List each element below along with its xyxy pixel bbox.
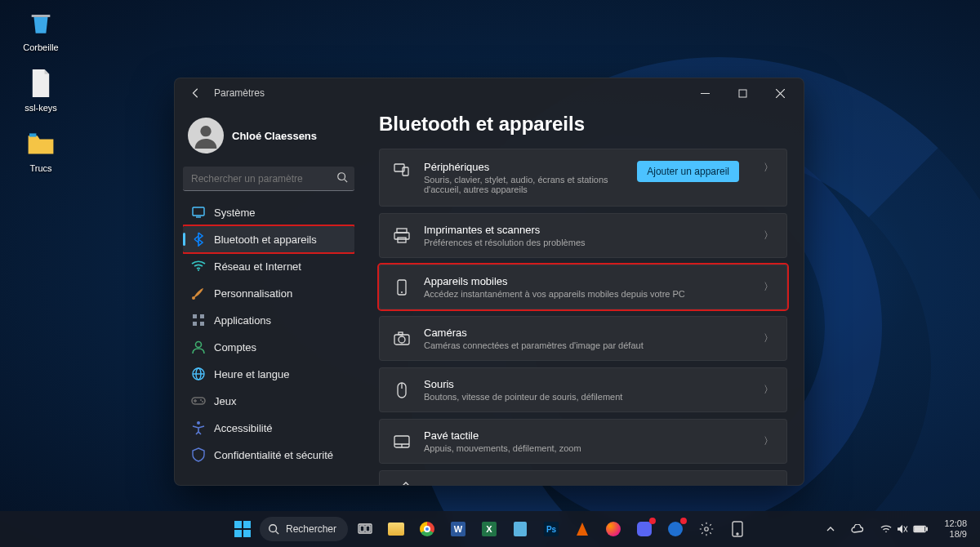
- card-subtitle: Accédez instantanément à vos appareils m…: [424, 289, 751, 299]
- svg-rect-21: [394, 233, 409, 239]
- tray-overflow[interactable]: [822, 522, 840, 536]
- settings-search[interactable]: [183, 167, 354, 191]
- wifi-icon: [880, 524, 892, 534]
- settings-card-camera[interactable]: CamérasCaméras connectées et paramètres …: [379, 316, 787, 361]
- clock[interactable]: 12:08 18/9: [939, 517, 972, 540]
- maximize-button[interactable]: [724, 78, 761, 108]
- sidebar-item-shield[interactable]: Confidentialité et sécurité: [183, 442, 354, 468]
- chevron-right-icon: 〉: [764, 483, 773, 486]
- sidebar-item-bluetooth[interactable]: Bluetooth et appareils: [183, 226, 354, 252]
- svg-rect-31: [243, 521, 251, 528]
- notepad-icon[interactable]: [506, 515, 534, 543]
- svg-point-15: [200, 399, 202, 401]
- page-title: Bluetooth et appareils: [379, 113, 787, 136]
- taskbar-search-label: Rechercher: [286, 523, 336, 535]
- minimize-button[interactable]: [686, 78, 724, 108]
- sidebar-item-label: Jeux: [214, 395, 236, 407]
- discord-icon[interactable]: [630, 515, 658, 543]
- close-button[interactable]: [761, 78, 799, 108]
- settings-card-devices[interactable]: PériphériquesSouris, clavier, stylet, au…: [379, 149, 787, 207]
- folder-icon: [388, 523, 404, 536]
- windows-icon: [234, 521, 251, 537]
- ssl-keys-file-glyph: [24, 67, 57, 100]
- sidebar-item-globe[interactable]: Heure et langue: [183, 361, 354, 387]
- excel-icon[interactable]: X: [475, 515, 503, 543]
- titlebar: Paramètres: [175, 78, 804, 108]
- vlc-icon[interactable]: [568, 515, 596, 543]
- card-title: Stylet et Windows Ink: [424, 483, 751, 486]
- settings-nav: SystèmeBluetooth et appareilsRéseau et I…: [183, 199, 354, 485]
- settings-search-input[interactable]: [183, 167, 354, 191]
- svg-point-26: [399, 336, 405, 343]
- word-icon[interactable]: W: [444, 515, 472, 543]
- sidebar-item-apps[interactable]: Applications: [183, 307, 354, 333]
- settings-card-phone[interactable]: Appareils mobilesAccédez instantanément …: [379, 265, 787, 309]
- svg-rect-42: [927, 527, 929, 531]
- sidebar-item-label: Réseau et Internet: [214, 260, 301, 273]
- minimize-icon: [701, 89, 710, 98]
- wifi-icon: [191, 259, 206, 274]
- sidebar-item-label: Système: [214, 207, 256, 219]
- maximize-icon: [738, 89, 747, 98]
- svg-rect-0: [29, 133, 36, 136]
- window-title: Paramètres: [214, 87, 265, 99]
- desktop-icon-label: Corbeille: [11, 42, 70, 52]
- system-tray[interactable]: [875, 521, 933, 537]
- touchpad-icon: [393, 433, 411, 451]
- game-icon: [191, 394, 206, 408]
- settings-card-printer[interactable]: Imprimantes et scannersPréférences et ré…: [379, 213, 787, 258]
- apps-icon: [191, 313, 206, 327]
- svg-rect-8: [200, 314, 204, 318]
- desktop-icon-label: Trucs: [11, 163, 70, 173]
- trucs-folder-glyph: [24, 127, 57, 160]
- card-title: Appareils mobiles: [424, 275, 751, 287]
- card-subtitle: Préférences et résolution des problèmes: [424, 238, 751, 247]
- svg-point-34: [270, 525, 277, 532]
- svg-rect-7: [193, 314, 197, 318]
- phone-link-icon[interactable]: [724, 515, 751, 543]
- phone-icon: [732, 521, 743, 537]
- settings-card-mouse[interactable]: SourisBoutons, vitesse de pointeur de so…: [379, 367, 787, 412]
- thunderbird-icon[interactable]: [662, 515, 689, 543]
- ssl-keys-file[interactable]: ssl-keys: [11, 67, 70, 113]
- svg-point-16: [202, 401, 203, 402]
- camera-icon: [393, 330, 411, 348]
- card-title: Périphériques: [424, 161, 624, 173]
- battery-icon: [913, 525, 928, 533]
- chrome-icon[interactable]: [413, 515, 441, 543]
- card-subtitle: Souris, clavier, stylet, audio, écrans e…: [424, 175, 624, 194]
- taskbar-search[interactable]: Rechercher: [260, 517, 348, 541]
- sidebar-item-account[interactable]: Comptes: [183, 334, 354, 360]
- sidebar-item-brush[interactable]: Personnalisation: [183, 280, 354, 306]
- svg-rect-4: [193, 207, 204, 216]
- photoshop-icon[interactable]: Ps: [537, 515, 565, 543]
- taskbar-right: 12:08 18/9: [822, 517, 972, 540]
- trucs-folder[interactable]: Trucs: [11, 127, 70, 173]
- start-button[interactable]: [229, 515, 256, 543]
- sidebar-item-access[interactable]: Accessibilité: [183, 415, 354, 441]
- arrow-left-icon: [190, 87, 202, 99]
- sidebar-item-system[interactable]: Système: [183, 199, 354, 225]
- main-pane: Bluetooth et appareils PériphériquesSour…: [363, 108, 804, 485]
- chevron-right-icon: 〉: [764, 383, 773, 397]
- search-icon: [268, 523, 279, 535]
- person-icon: [193, 122, 219, 149]
- svg-rect-36: [360, 526, 364, 531]
- task-view[interactable]: [351, 515, 379, 543]
- card-title: Souris: [424, 378, 751, 390]
- settings-card-pen[interactable]: Stylet et Windows Ink〉: [379, 470, 787, 485]
- recycle-bin[interactable]: Corbeille: [11, 7, 70, 52]
- tray-cloud[interactable]: [846, 521, 869, 537]
- settings-card-touchpad[interactable]: Pavé tactileAppuis, mouvements, défileme…: [379, 419, 787, 464]
- back-button[interactable]: [185, 82, 207, 105]
- sidebar-item-wifi[interactable]: Réseau et Internet: [183, 253, 354, 279]
- firefox-icon[interactable]: [599, 515, 627, 543]
- settings-taskbar-icon[interactable]: [693, 515, 720, 543]
- brush-icon: [191, 286, 206, 300]
- profile-block[interactable]: Chloé Claessens: [183, 114, 354, 163]
- card-title: Caméras: [424, 327, 751, 339]
- explorer-icon[interactable]: [382, 515, 410, 543]
- svg-rect-10: [200, 322, 204, 326]
- add-device-button[interactable]: Ajouter un appareil: [637, 161, 739, 182]
- sidebar-item-game[interactable]: Jeux: [183, 388, 354, 414]
